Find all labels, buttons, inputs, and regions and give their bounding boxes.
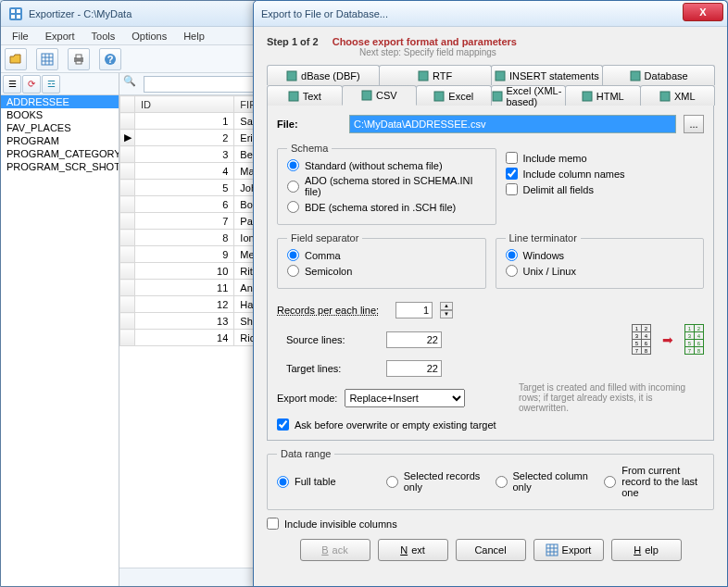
grid-button[interactable]	[36, 48, 58, 70]
next-step-hint: Next step: Specify field mappings	[359, 47, 714, 57]
help-button[interactable]: ?	[99, 48, 121, 70]
tab-xml[interactable]: XML	[640, 85, 716, 106]
fieldsep-legend: Field separator	[287, 232, 362, 244]
table-item-fav_places[interactable]: FAV_PLACES	[1, 121, 119, 134]
include-invisible-check[interactable]: Include invisible columns	[267, 518, 714, 530]
table-item-program[interactable]: PROGRAM	[1, 134, 119, 147]
dialog-buttons: Back Next Cancel Export Help	[267, 539, 714, 561]
delimit-all-check[interactable]: Delimit all fields	[506, 183, 705, 195]
left-toolbar: ☰ ⟳ ☲	[1, 73, 119, 95]
menu-options[interactable]: Options	[124, 29, 174, 44]
lineterm-option-1[interactable]: Unix / Linux	[506, 265, 695, 277]
source-lines-input[interactable]	[386, 331, 442, 348]
tab-dbase-dbf-[interactable]: dBase (DBF)	[267, 65, 380, 85]
table-item-books[interactable]: BOOKS	[1, 108, 119, 121]
lineterm-fieldset: Line terminator WindowsUnix / Linux	[496, 232, 705, 289]
range-option-2[interactable]: Selected column only	[496, 465, 596, 498]
schema-option-2[interactable]: BDE (schema stored in .SCH file)	[287, 201, 486, 213]
svg-rect-16	[419, 71, 428, 81]
svg-rect-15	[287, 71, 296, 81]
format-tabs: dBase (DBF)RTFINSERT statementsDatabase …	[267, 65, 714, 441]
tab-panel-csv: File: C:\MyData\ADDRESSEE.csv ... Schema…	[267, 105, 714, 441]
tab-html[interactable]: HTML	[565, 85, 641, 106]
export-icon	[546, 543, 559, 556]
step-header: Step 1 of 2 Choose export format and par…	[267, 36, 714, 57]
data-range-legend: Data range	[277, 448, 334, 459]
svg-rect-25	[546, 544, 558, 556]
help-button[interactable]: Help	[611, 539, 682, 561]
records-per-line-input[interactable]	[395, 302, 433, 318]
schema-fieldset: Schema Standard (without schema file)ADO…	[277, 143, 496, 225]
fieldsep-option-0[interactable]: Comma	[287, 249, 476, 261]
lineterm-legend: Line terminator	[506, 232, 581, 244]
lines-diagram: 12345678 ➡ 12345678	[632, 324, 704, 355]
export-mode-select[interactable]: Replace+Insert	[345, 389, 465, 407]
cancel-button[interactable]: Cancel	[456, 539, 526, 561]
svg-rect-21	[434, 92, 444, 101]
fieldsep-fieldset: Field separator CommaSemicolon	[277, 232, 486, 289]
print-button[interactable]	[68, 48, 90, 70]
data-range-fieldset: Data range Full tableSelected records on…	[267, 448, 714, 510]
include-memo-check[interactable]: Include memo	[506, 152, 705, 164]
svg-rect-20	[362, 91, 371, 100]
arrow-icon: ➡	[662, 332, 673, 347]
target-lines-input[interactable]	[386, 360, 442, 377]
table-item-program_category[interactable]: PROGRAM_CATEGORY	[1, 147, 119, 160]
list-icon[interactable]: ☰	[3, 75, 21, 94]
search-icon[interactable]: 🔍	[123, 75, 142, 94]
svg-rect-24	[660, 92, 670, 101]
table-item-addressee[interactable]: ADDRESSEE	[1, 95, 119, 108]
tab-rtf[interactable]: RTF	[379, 65, 492, 85]
menu-export[interactable]: Export	[38, 29, 82, 44]
svg-rect-18	[631, 71, 640, 81]
svg-rect-22	[493, 92, 502, 101]
menu-help[interactable]: Help	[176, 29, 212, 44]
back-button[interactable]: Back	[300, 539, 370, 561]
svg-rect-3	[11, 15, 15, 19]
menu-tools[interactable]: Tools	[84, 29, 123, 44]
schema-legend: Schema	[287, 143, 332, 154]
svg-rect-4	[17, 15, 20, 19]
browse-button[interactable]: ...	[684, 115, 704, 133]
tab-text[interactable]: Text	[267, 85, 343, 106]
svg-rect-23	[583, 92, 592, 101]
range-option-0[interactable]: Full table	[277, 465, 377, 498]
refresh-icon[interactable]: ⟳	[22, 75, 41, 94]
lineterm-option-0[interactable]: Windows	[506, 249, 695, 261]
menu-file[interactable]: File	[5, 29, 36, 44]
tab-database[interactable]: Database	[602, 65, 715, 85]
tree-icon[interactable]: ☲	[42, 75, 60, 94]
dialog-titlebar[interactable]: Export to File or Database... X	[254, 1, 727, 27]
table-item-program_scr_shot[interactable]: PROGRAM_SCR_SHOT	[1, 160, 119, 173]
schema-option-0[interactable]: Standard (without schema file)	[287, 159, 486, 171]
dialog-title: Export to File or Database...	[261, 8, 388, 19]
tab-csv[interactable]: CSV	[342, 85, 418, 106]
export-button[interactable]: Export	[533, 539, 604, 561]
svg-rect-12	[76, 61, 82, 64]
range-option-3[interactable]: From current record to the last one	[604, 465, 704, 498]
include-colnames-check[interactable]: Include column names	[506, 168, 705, 180]
tab-excel-xml-based-[interactable]: Excel (XML-based)	[491, 85, 567, 106]
tab-excel[interactable]: Excel	[416, 85, 492, 106]
app-icon	[8, 6, 23, 21]
file-label: File:	[277, 119, 342, 130]
step-number: Step 1 of 2	[267, 36, 319, 47]
fieldsep-option-1[interactable]: Semicolon	[287, 265, 476, 277]
step-title: Choose export format and parameters	[333, 36, 517, 47]
range-option-1[interactable]: Selected records only	[386, 465, 486, 498]
svg-rect-5	[42, 54, 53, 65]
tab-insert-statements[interactable]: INSERT statements	[491, 65, 604, 85]
table-list[interactable]: ADDRESSEEBOOKSFAV_PLACESPROGRAMPROGRAM_C…	[1, 95, 119, 586]
records-spinner[interactable]: ▲▼	[440, 302, 453, 318]
schema-option-1[interactable]: ADO (schema stored in SCHEMA.INI file)	[287, 175, 486, 197]
source-lines-label: Source lines:	[277, 334, 379, 345]
col-id[interactable]: ID	[135, 96, 234, 113]
svg-rect-17	[496, 71, 505, 81]
file-input[interactable]: C:\MyData\ADDRESSEE.csv	[349, 115, 676, 133]
close-button[interactable]: X	[683, 3, 723, 21]
svg-rect-1	[11, 9, 15, 13]
main-title: Exportizer - C:\MyData	[29, 8, 132, 19]
next-button[interactable]: Next	[378, 539, 448, 561]
open-button[interactable]	[5, 48, 27, 70]
ask-overwrite-check[interactable]: Ask before overwrite or empty existing t…	[277, 418, 704, 431]
